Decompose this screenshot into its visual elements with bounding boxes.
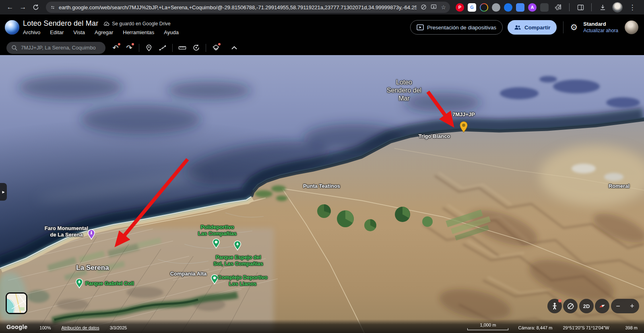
redo-button[interactable]: ↷ [122, 41, 136, 55]
plan-label: Standard [583, 21, 618, 27]
menu-vista[interactable]: Vista [73, 29, 85, 35]
settings-gear-icon[interactable]: ⚙ [570, 23, 578, 32]
project-title[interactable]: Loteo Sendero del Mar [23, 19, 98, 28]
camera-altitude: Cámara: 8,447 m [518, 325, 552, 330]
forward-icon[interactable]: → [17, 1, 29, 13]
label-line: de La Serena [45, 232, 88, 238]
share-button[interactable]: Compartir [508, 20, 557, 35]
park-tree-poi-icon[interactable] [233, 240, 242, 251]
scale-bracket [467, 328, 508, 330]
label-line: Faro Monumental [45, 225, 88, 232]
slashed-circle-icon [567, 302, 574, 310]
lighthouse-poi-icon[interactable] [87, 229, 95, 240]
gray-extension-icon[interactable] [492, 3, 500, 12]
reading-list-icon[interactable] [574, 1, 586, 13]
label-parque-espejo: Parque Espejo del Sol, Las Compañias [213, 254, 263, 267]
reload-icon[interactable] [30, 1, 42, 13]
placemark-pin-7mjj[interactable] [459, 121, 468, 133]
chevron-up-icon [231, 46, 237, 50]
compass-needle-icon [598, 302, 607, 310]
menu-ayuda[interactable]: Ayuda [164, 29, 179, 35]
label-trigo-blanco: Trigo Blanco [419, 133, 450, 140]
cursor-coordinates: 29°51'20"S 71°12'04"W [563, 325, 609, 330]
compass-button[interactable] [595, 299, 609, 313]
menu-editar[interactable]: Editar [50, 29, 64, 35]
slideshow-button[interactable]: Presentación de diapositivas [410, 20, 503, 35]
search-input[interactable]: 7MJJ+JP, La Serena, Coquimbo [21, 45, 96, 51]
blocked-content-icon[interactable] [421, 4, 427, 11]
menu-bar: Archivo Editar Vista Agregar Herramienta… [23, 29, 179, 35]
menu-agregar[interactable]: Agregar [95, 29, 113, 35]
pegman-icon [551, 302, 558, 310]
orbit-record-button[interactable] [189, 41, 203, 55]
cloud-saved-icon [103, 21, 109, 26]
terrain-3d-view[interactable] [0, 55, 644, 333]
google-watermark: Google [6, 324, 27, 330]
data-attribution-link[interactable]: Atribución de datos [61, 325, 99, 330]
divider [172, 44, 173, 52]
menu-herramientas[interactable]: Herramientas [123, 29, 154, 35]
park-tree-poi-icon[interactable] [75, 278, 83, 288]
earth-header: Loteo Sendero del Mar Se guardó en Googl… [0, 14, 644, 40]
layers-button[interactable] [209, 41, 223, 55]
ruler-icon [178, 45, 186, 51]
chevron-right-icon: ▶ [2, 190, 4, 194]
label-line: Los Llanos [218, 281, 268, 287]
tilt-disabled-button[interactable] [563, 299, 578, 313]
map-viewport[interactable]: Loteo Sendero del Mar 7MJJ+JP Trigo Blan… [0, 55, 644, 333]
label-faro-monumental: Faro Monumental de La Serena [45, 225, 88, 238]
bookmark-star-icon[interactable]: ☆ [441, 4, 446, 10]
sports-poi-icon[interactable] [212, 238, 220, 249]
account-avatar[interactable] [625, 21, 638, 34]
collapse-toolbar-button[interactable] [227, 41, 241, 55]
search-bar[interactable]: 7MJJ+JP, La Serena, Coquimbo [6, 42, 105, 54]
label-polideportivo: Polideportivo Las Compañias [198, 224, 237, 237]
back-icon[interactable]: ← [4, 1, 16, 13]
divider [569, 3, 570, 11]
orbit-icon [192, 44, 200, 51]
divider [139, 44, 139, 52]
translate-extension-icon[interactable]: G [468, 3, 476, 12]
inactive-extension-icon[interactable] [540, 3, 549, 12]
zoom-control: − + [611, 299, 639, 313]
menu-archivo[interactable]: Archivo [23, 29, 40, 35]
extensions-row: P G A ⋮ [454, 1, 640, 13]
draw-path-button[interactable] [156, 41, 169, 55]
browser-profile-avatar[interactable] [612, 2, 623, 12]
browser-menu-kebab-icon[interactable]: ⋮ [626, 1, 638, 13]
save-status-text: Se guardó en Google Drive [112, 21, 170, 27]
downloads-icon[interactable] [597, 1, 609, 13]
overview-minimap[interactable] [6, 292, 27, 314]
label-la-serena: La Serena [76, 263, 109, 272]
install-app-icon[interactable] [431, 4, 437, 11]
blue-circle-extension-icon[interactable] [504, 3, 512, 12]
site-settings-icon[interactable] [50, 4, 56, 11]
notification-dot [218, 43, 221, 45]
url-text[interactable]: earth.google.com/web/search/7MJJ%2bJP,+L… [59, 4, 417, 10]
measure-button[interactable] [175, 41, 189, 55]
zoom-in-button[interactable]: + [626, 302, 638, 310]
blue-square-extension-icon[interactable] [516, 3, 524, 12]
search-icon [11, 45, 18, 51]
label-line: Las Compañias [198, 230, 237, 237]
pinterest-extension-icon[interactable]: P [456, 3, 464, 12]
google-earth-logo[interactable] [5, 20, 19, 35]
divider [591, 3, 592, 11]
toggle-2d-button[interactable]: 2D [579, 299, 594, 313]
notification-dot [558, 299, 561, 302]
add-placemark-button[interactable] [142, 41, 156, 55]
project-annotation[interactable]: Loteo Sendero del Mar [387, 78, 421, 103]
zoom-out-button[interactable]: − [612, 302, 624, 310]
street-view-pegman-button[interactable] [547, 299, 562, 313]
undo-button[interactable]: ↶ [109, 41, 122, 55]
color-picker-extension-icon[interactable] [480, 3, 488, 12]
extensions-puzzle-icon[interactable] [552, 1, 564, 13]
annotation-line: Mar [387, 95, 421, 103]
expand-panel-handle[interactable]: ▶ [0, 183, 7, 201]
sports-poi-icon[interactable] [211, 274, 219, 284]
browser-toolbar: ← → earth.google.com/web/search/7MJJ%2bJ… [0, 0, 644, 14]
update-now-link[interactable]: Actualizar ahora [583, 28, 618, 34]
purple-extension-icon[interactable]: A [528, 3, 537, 12]
address-bar[interactable]: earth.google.com/web/search/7MJJ%2bJP,+L… [46, 2, 450, 13]
save-status: Se guardó en Google Drive [103, 21, 170, 27]
